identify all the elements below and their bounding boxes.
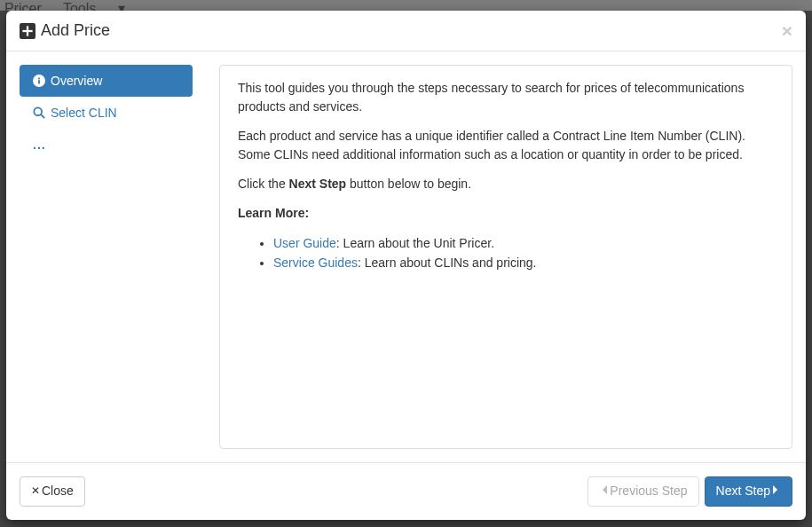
list-item: Service Guides: Learn about CLINs and pr… (273, 253, 774, 272)
modal-header: Add Price × (6, 11, 806, 51)
wizard-sidebar: Overview Select CLIN ... (20, 65, 193, 449)
modal-footer: ✕ Close Previous Step Next Step (6, 462, 806, 520)
intro-text-1: This tool guides you through the steps n… (238, 79, 774, 116)
next-step-button[interactable]: Next Step (705, 476, 792, 507)
sidebar-item-label: Overview (51, 74, 102, 88)
learn-more-list: User Guide: Learn about the Unit Pricer.… (273, 233, 774, 273)
chevron-left-icon (601, 483, 608, 500)
sidebar-item-label: Select CLIN (51, 106, 117, 120)
plus-square-icon (20, 23, 35, 39)
content-panel: This tool guides you through the steps n… (219, 65, 792, 449)
ellipsis-icon: ... (33, 138, 46, 152)
close-icon: ✕ (31, 484, 40, 499)
modal-title: Add Price (20, 21, 110, 40)
modal-title-text: Add Price (41, 21, 110, 40)
modal-body: Overview Select CLIN ... (6, 51, 806, 462)
service-guides-link[interactable]: Service Guides (273, 256, 358, 270)
learn-more-heading: Learn More: (238, 204, 774, 223)
sidebar-item-more[interactable]: ... (20, 129, 193, 161)
user-guide-link[interactable]: User Guide (273, 236, 336, 250)
svg-rect-4 (38, 80, 40, 83)
add-price-modal: Add Price × Overview (6, 11, 806, 520)
next-step-bold: Next Step (289, 177, 347, 191)
svg-rect-5 (38, 78, 40, 80)
list-item: User Guide: Learn about the Unit Pricer. (273, 233, 774, 253)
previous-step-button: Previous Step (587, 476, 698, 507)
sidebar-item-select-clin[interactable]: Select CLIN (20, 97, 193, 129)
sidebar-item-overview[interactable]: Overview (20, 65, 193, 97)
svg-rect-2 (22, 29, 32, 31)
search-icon (33, 106, 45, 119)
chevron-right-icon (772, 483, 779, 500)
svg-line-7 (41, 114, 44, 118)
modal-close-x[interactable]: × (782, 21, 792, 40)
intro-text-3: Click the Next Step button below to begi… (238, 175, 774, 193)
close-button[interactable]: ✕ Close (20, 476, 85, 507)
svg-point-6 (34, 107, 42, 115)
intro-text-2: Each product and service has a unique id… (238, 127, 774, 164)
info-circle-icon (33, 75, 45, 87)
